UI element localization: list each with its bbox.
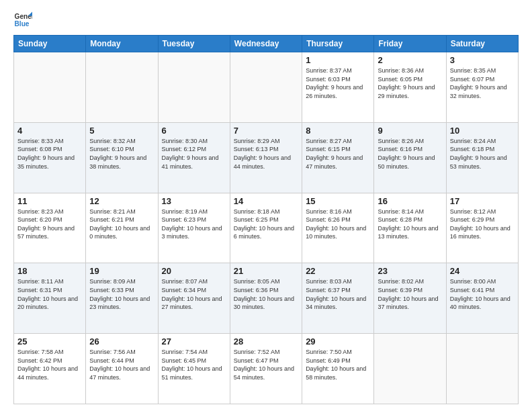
calendar-header-row: SundayMondayTuesdayWednesdayThursdayFrid…	[14, 36, 519, 52]
day-cell: 15Sunrise: 8:16 AM Sunset: 6:26 PM Dayli…	[302, 193, 374, 263]
day-cell: 14Sunrise: 8:18 AM Sunset: 6:25 PM Dayli…	[230, 193, 302, 263]
day-info: Sunrise: 8:21 AM Sunset: 6:21 PM Dayligh…	[89, 208, 154, 241]
day-number: 14	[234, 196, 298, 206]
day-cell: 21Sunrise: 8:05 AM Sunset: 6:36 PM Dayli…	[230, 263, 302, 334]
day-info: Sunrise: 8:00 AM Sunset: 6:41 PM Dayligh…	[450, 277, 515, 311]
day-cell: 19Sunrise: 8:09 AM Sunset: 6:33 PM Dayli…	[86, 263, 158, 334]
day-number: 24	[450, 266, 515, 276]
day-cell: 28Sunrise: 7:52 AM Sunset: 6:47 PM Dayli…	[230, 334, 302, 404]
day-info: Sunrise: 7:52 AM Sunset: 6:47 PM Dayligh…	[234, 348, 298, 381]
day-info: Sunrise: 8:09 AM Sunset: 6:33 PM Dayligh…	[89, 277, 154, 311]
day-cell: 26Sunrise: 7:56 AM Sunset: 6:44 PM Dayli…	[86, 334, 158, 404]
col-header-wednesday: Wednesday	[230, 36, 302, 52]
day-cell: 23Sunrise: 8:02 AM Sunset: 6:39 PM Dayli…	[374, 263, 446, 334]
day-number: 18	[17, 266, 82, 276]
col-header-thursday: Thursday	[302, 36, 374, 52]
day-cell: 5Sunrise: 8:32 AM Sunset: 6:10 PM Daylig…	[86, 122, 158, 193]
day-number: 20	[162, 266, 226, 276]
day-number: 28	[234, 336, 298, 347]
day-number: 4	[17, 126, 82, 136]
day-cell: 12Sunrise: 8:21 AM Sunset: 6:21 PM Dayli…	[86, 193, 158, 263]
day-info: Sunrise: 8:07 AM Sunset: 6:34 PM Dayligh…	[162, 277, 226, 311]
day-number: 11	[17, 196, 82, 206]
day-number: 13	[162, 196, 226, 206]
day-cell: 18Sunrise: 8:11 AM Sunset: 6:31 PM Dayli…	[14, 263, 86, 334]
day-number: 25	[17, 336, 82, 347]
day-number: 23	[378, 266, 442, 276]
day-cell: 3Sunrise: 8:35 AM Sunset: 6:07 PM Daylig…	[446, 52, 518, 123]
day-cell: 17Sunrise: 8:12 AM Sunset: 6:29 PM Dayli…	[446, 193, 518, 263]
day-info: Sunrise: 8:03 AM Sunset: 6:37 PM Dayligh…	[306, 277, 370, 311]
logo-icon: General Blue	[13, 11, 32, 30]
day-cell	[446, 334, 518, 404]
day-info: Sunrise: 8:30 AM Sunset: 6:12 PM Dayligh…	[162, 137, 226, 171]
day-number: 19	[89, 266, 154, 276]
day-number: 1	[306, 55, 370, 65]
week-row-4: 18Sunrise: 8:11 AM Sunset: 6:31 PM Dayli…	[14, 263, 519, 334]
day-number: 3	[450, 55, 515, 65]
day-number: 22	[306, 266, 370, 276]
day-info: Sunrise: 8:27 AM Sunset: 6:15 PM Dayligh…	[306, 137, 370, 171]
day-number: 21	[234, 266, 298, 276]
week-row-3: 11Sunrise: 8:23 AM Sunset: 6:20 PM Dayli…	[14, 193, 519, 263]
calendar-page: General Blue SundayMondayTuesdayWednesda…	[0, 0, 532, 411]
svg-text:General: General	[15, 13, 32, 20]
day-number: 9	[378, 126, 442, 136]
day-number: 27	[162, 336, 226, 347]
day-info: Sunrise: 8:33 AM Sunset: 6:08 PM Dayligh…	[17, 137, 82, 171]
week-row-5: 25Sunrise: 7:58 AM Sunset: 6:42 PM Dayli…	[14, 334, 519, 404]
day-cell	[230, 52, 302, 123]
calendar-table: SundayMondayTuesdayWednesdayThursdayFrid…	[13, 35, 519, 404]
day-cell	[158, 52, 230, 123]
day-info: Sunrise: 7:58 AM Sunset: 6:42 PM Dayligh…	[17, 348, 82, 381]
day-info: Sunrise: 8:02 AM Sunset: 6:39 PM Dayligh…	[378, 277, 442, 311]
day-info: Sunrise: 8:16 AM Sunset: 6:26 PM Dayligh…	[306, 208, 370, 241]
day-info: Sunrise: 8:24 AM Sunset: 6:18 PM Dayligh…	[450, 137, 515, 171]
day-info: Sunrise: 8:12 AM Sunset: 6:29 PM Dayligh…	[450, 208, 515, 241]
col-header-monday: Monday	[86, 36, 158, 52]
day-info: Sunrise: 8:14 AM Sunset: 6:28 PM Dayligh…	[378, 208, 442, 241]
day-info: Sunrise: 8:19 AM Sunset: 6:23 PM Dayligh…	[162, 208, 226, 241]
day-info: Sunrise: 8:26 AM Sunset: 6:16 PM Dayligh…	[378, 137, 442, 171]
day-cell: 13Sunrise: 8:19 AM Sunset: 6:23 PM Dayli…	[158, 193, 230, 263]
day-cell: 1Sunrise: 8:37 AM Sunset: 6:03 PM Daylig…	[302, 52, 374, 123]
day-cell: 6Sunrise: 8:30 AM Sunset: 6:12 PM Daylig…	[158, 122, 230, 193]
day-cell: 20Sunrise: 8:07 AM Sunset: 6:34 PM Dayli…	[158, 263, 230, 334]
col-header-saturday: Saturday	[446, 36, 518, 52]
day-info: Sunrise: 8:37 AM Sunset: 6:03 PM Dayligh…	[306, 66, 370, 100]
day-info: Sunrise: 7:56 AM Sunset: 6:44 PM Dayligh…	[89, 348, 154, 381]
day-info: Sunrise: 8:36 AM Sunset: 6:05 PM Dayligh…	[378, 66, 442, 100]
day-number: 6	[162, 126, 226, 136]
day-cell: 11Sunrise: 8:23 AM Sunset: 6:20 PM Dayli…	[14, 193, 86, 263]
day-cell: 25Sunrise: 7:58 AM Sunset: 6:42 PM Dayli…	[14, 334, 86, 404]
day-info: Sunrise: 8:05 AM Sunset: 6:36 PM Dayligh…	[234, 277, 298, 311]
day-info: Sunrise: 8:18 AM Sunset: 6:25 PM Dayligh…	[234, 208, 298, 241]
day-cell: 9Sunrise: 8:26 AM Sunset: 6:16 PM Daylig…	[374, 122, 446, 193]
col-header-tuesday: Tuesday	[158, 36, 230, 52]
day-number: 17	[450, 196, 515, 206]
day-cell: 4Sunrise: 8:33 AM Sunset: 6:08 PM Daylig…	[14, 122, 86, 193]
day-info: Sunrise: 7:54 AM Sunset: 6:45 PM Dayligh…	[162, 348, 226, 381]
day-number: 29	[306, 336, 370, 347]
day-info: Sunrise: 7:50 AM Sunset: 6:49 PM Dayligh…	[306, 348, 370, 381]
day-info: Sunrise: 8:29 AM Sunset: 6:13 PM Dayligh…	[234, 137, 298, 171]
week-row-1: 1Sunrise: 8:37 AM Sunset: 6:03 PM Daylig…	[14, 52, 519, 123]
col-header-sunday: Sunday	[14, 36, 86, 52]
header: General Blue	[13, 11, 519, 30]
day-cell	[14, 52, 86, 123]
day-info: Sunrise: 8:11 AM Sunset: 6:31 PM Dayligh…	[17, 277, 82, 311]
day-info: Sunrise: 8:23 AM Sunset: 6:20 PM Dayligh…	[17, 208, 82, 241]
col-header-friday: Friday	[374, 36, 446, 52]
day-number: 8	[306, 126, 370, 136]
day-cell: 16Sunrise: 8:14 AM Sunset: 6:28 PM Dayli…	[374, 193, 446, 263]
day-cell	[374, 334, 446, 404]
svg-text:Blue: Blue	[15, 20, 30, 28]
day-cell: 2Sunrise: 8:36 AM Sunset: 6:05 PM Daylig…	[374, 52, 446, 123]
day-number: 16	[378, 196, 442, 206]
day-cell: 7Sunrise: 8:29 AM Sunset: 6:13 PM Daylig…	[230, 122, 302, 193]
day-number: 12	[89, 196, 154, 206]
day-cell: 8Sunrise: 8:27 AM Sunset: 6:15 PM Daylig…	[302, 122, 374, 193]
day-cell: 27Sunrise: 7:54 AM Sunset: 6:45 PM Dayli…	[158, 334, 230, 404]
day-number: 2	[378, 55, 442, 65]
day-cell: 29Sunrise: 7:50 AM Sunset: 6:49 PM Dayli…	[302, 334, 374, 404]
